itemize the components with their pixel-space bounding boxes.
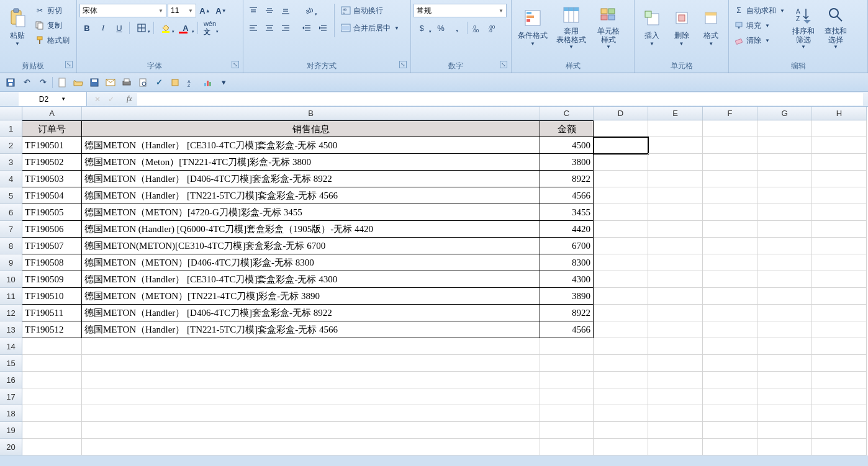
cell-C1[interactable]: 金额 — [540, 120, 594, 137]
cell-B17[interactable] — [82, 388, 540, 405]
cell-E3[interactable] — [648, 154, 703, 171]
col-header-E[interactable]: E — [648, 107, 703, 120]
cell-A11[interactable]: TF190510 — [22, 288, 82, 305]
cell-A20[interactable] — [22, 439, 82, 455]
wrap-text-button[interactable]: abc自动换行 — [338, 4, 402, 17]
font-name-combo[interactable]: 宋体▼ — [79, 4, 166, 17]
cell-E7[interactable] — [648, 221, 703, 238]
cell-D9[interactable] — [594, 254, 648, 271]
col-header-G[interactable]: G — [757, 107, 812, 120]
cell-D14[interactable] — [594, 338, 648, 355]
select-all-corner[interactable] — [0, 107, 22, 120]
enter-formula-icon[interactable]: ✓ — [106, 95, 117, 104]
row-header-20[interactable]: 20 — [0, 439, 22, 455]
number-launcher[interactable]: ⤡ — [500, 61, 507, 68]
cell-F15[interactable] — [703, 355, 757, 372]
cell-D5[interactable] — [594, 187, 648, 204]
cell-F14[interactable] — [703, 338, 757, 355]
cell-G10[interactable] — [757, 271, 812, 288]
cell-F2[interactable] — [703, 137, 757, 154]
conditional-format-button[interactable]: 条件格式▼ — [514, 1, 551, 53]
cell-D11[interactable] — [594, 288, 648, 305]
align-bottom-button[interactable] — [278, 4, 293, 17]
cell-C4[interactable]: 8922 — [540, 171, 594, 187]
cell-H5[interactable] — [812, 187, 867, 204]
format-painter-button[interactable]: 格式刷 — [32, 34, 72, 47]
qat-more-button[interactable]: ▾ — [217, 76, 230, 89]
cell-C3[interactable]: 3800 — [540, 154, 594, 171]
cell-G1[interactable] — [757, 120, 812, 137]
cell-A18[interactable] — [22, 405, 82, 422]
font-launcher[interactable]: ⤡ — [232, 61, 239, 68]
format-cells-button[interactable]: 格式▼ — [696, 1, 726, 53]
orientation-button[interactable]: ab — [299, 4, 318, 17]
cell-D8[interactable] — [594, 238, 648, 254]
row-header-5[interactable]: 5 — [0, 187, 22, 204]
cell-B10[interactable]: 德国METON（Handler） [CE310-4TC刀模]套盒彩盒-无标 43… — [82, 271, 540, 288]
cell-H11[interactable] — [812, 288, 867, 305]
cell-A4[interactable]: TF190503 — [22, 171, 82, 187]
cell-B19[interactable] — [82, 422, 540, 439]
cell-G16[interactable] — [757, 372, 812, 388]
cell-C6[interactable]: 3455 — [540, 204, 594, 221]
name-box[interactable]: D2▼ — [19, 92, 87, 106]
cell-F3[interactable] — [703, 154, 757, 171]
row-header-1[interactable]: 1 — [0, 120, 22, 137]
cell-F17[interactable] — [703, 388, 757, 405]
font-size-combo[interactable]: 11▼ — [168, 4, 196, 17]
cell-F16[interactable] — [703, 372, 757, 388]
col-header-A[interactable]: A — [22, 107, 82, 120]
qat-save-button[interactable] — [4, 76, 17, 89]
qat-chart-button[interactable] — [201, 76, 214, 89]
cell-F13[interactable] — [703, 321, 757, 338]
paste-button[interactable]: 粘贴 ▼ — [2, 1, 32, 53]
cell-D12[interactable] — [594, 305, 648, 321]
underline-button[interactable]: U — [112, 21, 127, 35]
fill-color-button[interactable] — [156, 21, 175, 35]
copy-button[interactable]: 复制 — [32, 19, 72, 32]
cell-G7[interactable] — [757, 221, 812, 238]
cell-H3[interactable] — [812, 154, 867, 171]
cell-A13[interactable]: TF190512 — [22, 321, 82, 338]
increase-indent-button[interactable] — [315, 21, 330, 35]
cell-G18[interactable] — [757, 405, 812, 422]
cell-C8[interactable]: 6700 — [540, 238, 594, 254]
cell-G8[interactable] — [757, 238, 812, 254]
cell-E12[interactable] — [648, 305, 703, 321]
delete-cells-button[interactable]: 删除▼ — [667, 1, 697, 53]
align-right-button[interactable] — [278, 21, 293, 35]
row-header-7[interactable]: 7 — [0, 221, 22, 238]
currency-button[interactable]: $ — [414, 21, 432, 35]
row-header-9[interactable]: 9 — [0, 254, 22, 271]
cell-B13[interactable]: 德国METON（Handler） [TN221-5TC刀模]套盒彩盒-无标 45… — [82, 321, 540, 338]
cell-D1[interactable] — [594, 120, 648, 137]
cell-H8[interactable] — [812, 238, 867, 254]
cell-B7[interactable]: 德国METON (Handler) [Q6000-4TC刀模]套盒彩盒（1905… — [82, 221, 540, 238]
cell-F18[interactable] — [703, 405, 757, 422]
cell-C15[interactable] — [540, 355, 594, 372]
cell-E13[interactable] — [648, 321, 703, 338]
cell-D15[interactable] — [594, 355, 648, 372]
cell-B14[interactable] — [82, 338, 540, 355]
cell-H1[interactable] — [812, 120, 867, 137]
increase-decimal-button[interactable]: .0.00 — [470, 21, 485, 35]
cell-A6[interactable]: TF190505 — [22, 204, 82, 221]
cell-A9[interactable]: TF190508 — [22, 254, 82, 271]
cell-F9[interactable] — [703, 254, 757, 271]
cell-E15[interactable] — [648, 355, 703, 372]
row-header-16[interactable]: 16 — [0, 372, 22, 388]
percent-button[interactable]: % — [433, 21, 448, 35]
cell-H17[interactable] — [812, 388, 867, 405]
cell-E19[interactable] — [648, 422, 703, 439]
cell-E18[interactable] — [648, 405, 703, 422]
clear-button[interactable]: 清除▼ — [731, 34, 787, 47]
cell-G11[interactable] — [757, 288, 812, 305]
align-left-button[interactable] — [246, 21, 261, 35]
cell-G9[interactable] — [757, 254, 812, 271]
sort-filter-button[interactable]: AZ排序和 筛选▼ — [787, 1, 820, 53]
qat-open-button[interactable] — [71, 76, 85, 89]
cell-A3[interactable]: TF190502 — [22, 154, 82, 171]
cell-E10[interactable] — [648, 271, 703, 288]
cell-D13[interactable] — [594, 321, 648, 338]
col-header-B[interactable]: B — [82, 107, 540, 120]
